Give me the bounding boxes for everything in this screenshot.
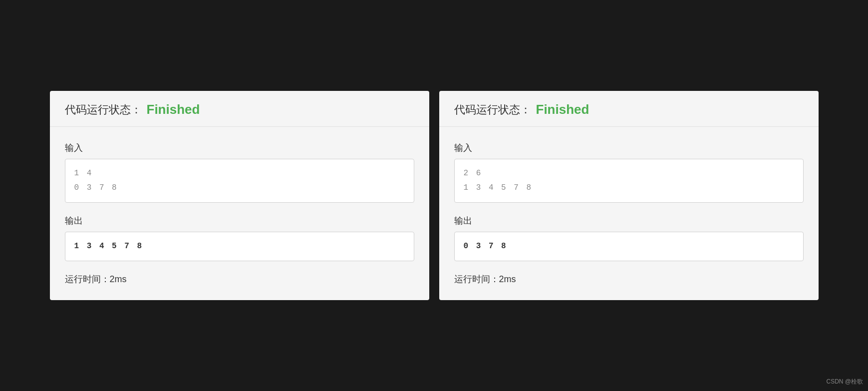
- panels-container: 代码运行状态： Finished 输入 1 4 0 3 7 8 输出 1 3 4…: [40, 81, 829, 310]
- panel-1-output-label: 输出: [65, 215, 414, 227]
- panel-2-input-label: 输入: [454, 142, 804, 154]
- panel-2-runtime: 运行时间：2ms: [454, 273, 804, 285]
- panel-1-output-box: 1 3 4 5 7 8: [65, 232, 414, 261]
- panel-2-output-section: 输出 0 3 7 8: [454, 215, 804, 261]
- panel-1-input-box: 1 4 0 3 7 8: [65, 159, 414, 203]
- watermark: CSDN @栓歌: [826, 378, 863, 386]
- panel-1-status-badge: Finished: [147, 102, 200, 117]
- panel-1-header: 代码运行状态： Finished: [50, 91, 429, 127]
- panel-1-runtime: 运行时间：2ms: [65, 273, 414, 285]
- panel-1-output-section: 输出 1 3 4 5 7 8: [65, 215, 414, 261]
- panel-1-body: 输入 1 4 0 3 7 8 输出 1 3 4 5 7 8 运行时间：2ms: [50, 127, 429, 300]
- panel-1-header-label: 代码运行状态：: [65, 102, 142, 117]
- panel-2-input-box: 2 6 1 3 4 5 7 8: [454, 159, 804, 203]
- panel-2-header: 代码运行状态： Finished: [439, 91, 819, 127]
- panel-2-output-box: 0 3 7 8: [454, 232, 804, 261]
- panel-2-header-label: 代码运行状态：: [454, 102, 531, 117]
- panel-2-output-line-1: 0 3 7 8: [464, 239, 794, 254]
- panel-2-output-label: 输出: [454, 215, 804, 227]
- panel-1-input-line-2: 0 3 7 8: [74, 181, 405, 195]
- panel-1-runtime-value: 2ms: [110, 274, 127, 284]
- panel-1-input-label: 输入: [65, 142, 414, 154]
- panel-2-input-line-1: 2 6: [464, 166, 794, 181]
- panel-1-input-line-1: 1 4: [74, 166, 405, 181]
- panel-1: 代码运行状态： Finished 输入 1 4 0 3 7 8 输出 1 3 4…: [50, 91, 429, 300]
- panel-1-output-line-1: 1 3 4 5 7 8: [74, 239, 405, 254]
- panel-2-runtime-value: 2ms: [499, 274, 516, 284]
- panel-2-input-section: 输入 2 6 1 3 4 5 7 8: [454, 142, 804, 203]
- panel-2-input-line-2: 1 3 4 5 7 8: [464, 181, 794, 195]
- panel-2-status-badge: Finished: [536, 102, 589, 117]
- panel-2-runtime-label: 运行时间：: [454, 274, 499, 284]
- panel-1-runtime-label: 运行时间：: [65, 274, 110, 284]
- panel-2: 代码运行状态： Finished 输入 2 6 1 3 4 5 7 8 输出 0…: [439, 91, 819, 300]
- panel-1-input-section: 输入 1 4 0 3 7 8: [65, 142, 414, 203]
- panel-2-body: 输入 2 6 1 3 4 5 7 8 输出 0 3 7 8 运行时间：2ms: [439, 127, 819, 300]
